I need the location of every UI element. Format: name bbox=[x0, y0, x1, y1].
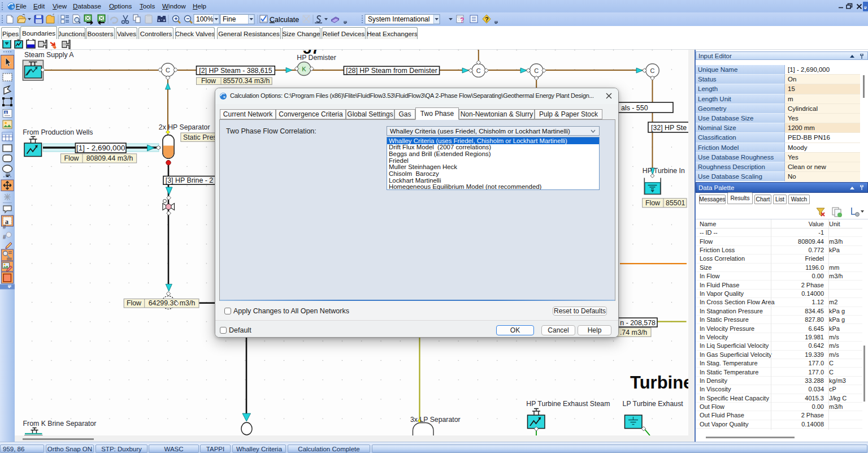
svg-text:?: ? bbox=[460, 16, 464, 24]
svg-text:57: 57 bbox=[303, 50, 320, 57]
svg-text:[28] HP Steam from Demister: [28] HP Steam from Demister bbox=[346, 67, 437, 75]
svg-text:From Production Wells: From Production Wells bbox=[23, 128, 93, 136]
svg-text:n - 208,578: n - 208,578 bbox=[620, 319, 656, 327]
svg-text:Fine: Fine bbox=[223, 15, 236, 23]
svg-text:85570.34 m3/h: 85570.34 m3/h bbox=[223, 77, 270, 85]
svg-text:Static Pres: Static Pres bbox=[183, 133, 216, 141]
svg-text:als - 550: als - 550 bbox=[621, 104, 648, 112]
svg-text:[1] - 2,690,000: [1] - 2,690,000 bbox=[76, 144, 125, 152]
svg-text:Steam Supply A: Steam Supply A bbox=[24, 51, 74, 59]
svg-text:.74 m3/h: .74 m3/h bbox=[620, 329, 647, 336]
svg-text:?: ? bbox=[485, 16, 489, 23]
svg-text:A: A bbox=[5, 111, 7, 115]
svg-text:LP Turbine Exhaust: LP Turbine Exhaust bbox=[623, 400, 684, 408]
svg-text:C: C bbox=[166, 67, 170, 74]
svg-text:C: C bbox=[650, 67, 655, 74]
svg-text:System International: System International bbox=[368, 15, 429, 23]
svg-text:C: C bbox=[476, 67, 481, 74]
svg-text:Flow: Flow bbox=[645, 199, 660, 207]
svg-text:HP Turbine Exhaust Steam: HP Turbine Exhaust Steam bbox=[526, 400, 610, 408]
svg-text:Flow: Flow bbox=[64, 154, 79, 162]
svg-text:#: # bbox=[3, 234, 6, 240]
svg-text:K: K bbox=[302, 66, 306, 72]
svg-text:Turbine: Turbine bbox=[630, 373, 688, 392]
svg-text:#: # bbox=[3, 224, 6, 230]
svg-text:Flow: Flow bbox=[127, 299, 141, 307]
svg-text:80809.44 m3/h: 80809.44 m3/h bbox=[86, 154, 133, 162]
svg-text:C: C bbox=[534, 67, 539, 74]
svg-text:Flow: Flow bbox=[201, 77, 216, 85]
svg-text:[2] HP Steam - 388,615: [2] HP Steam - 388,615 bbox=[199, 67, 272, 75]
svg-text:85501: 85501 bbox=[666, 199, 685, 207]
svg-text:From K Brine Separator: From K Brine Separator bbox=[23, 420, 97, 428]
svg-text:Calculate: Calculate bbox=[270, 16, 299, 24]
svg-text:3x LP Separator: 3x LP Separator bbox=[410, 416, 461, 424]
svg-text:64299.30 m3/h: 64299.30 m3/h bbox=[149, 299, 196, 307]
svg-text:[3] HP Brine - 2: [3] HP Brine - 2 bbox=[166, 176, 214, 184]
svg-text:100%: 100% bbox=[196, 15, 214, 23]
svg-text:2x HP Separator: 2x HP Separator bbox=[159, 123, 210, 131]
svg-text:HP Turbine In: HP Turbine In bbox=[643, 167, 685, 175]
svg-text:[32] HP Ste: [32] HP Ste bbox=[651, 124, 687, 132]
